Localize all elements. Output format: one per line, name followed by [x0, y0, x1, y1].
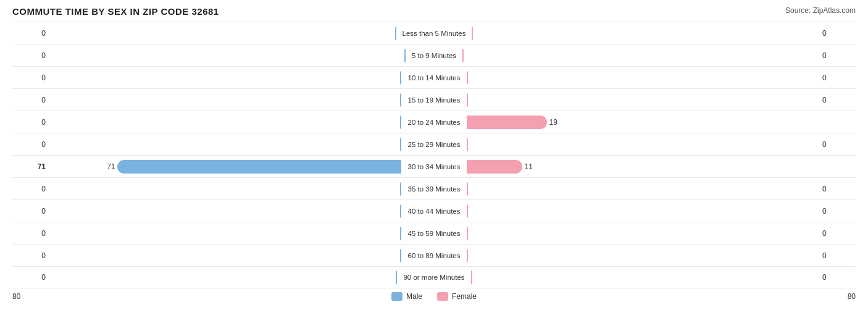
bar-pair: 60 to 89 Minutes	[105, 249, 762, 262]
male-value: 71	[12, 162, 49, 171]
male-bar-wrap	[105, 138, 401, 151]
male-value: 0	[12, 73, 49, 82]
female-bar-wrap	[462, 49, 759, 62]
female-bar-wrap	[467, 182, 763, 196]
male-label: Male	[406, 292, 422, 301]
chart-row: 090 or more Minutes0	[12, 266, 856, 288]
axis-right-label: 80	[819, 292, 856, 301]
bars-container: 5 to 9 Minutes	[49, 44, 819, 66]
legend-row: 80 Male Female 80	[12, 292, 856, 301]
bars-container: Less than 5 Minutes	[49, 22, 819, 44]
female-value: 0	[819, 51, 856, 60]
bar-pair: 40 to 44 Minutes	[105, 204, 762, 218]
row-label: 60 to 89 Minutes	[403, 252, 465, 259]
male-bar-wrap	[100, 27, 396, 40]
chart-row: 035 to 39 Minutes0	[12, 177, 856, 199]
bar-pair: 25 to 29 Minutes	[105, 138, 762, 151]
bar-pair: 35 to 39 Minutes	[105, 182, 762, 196]
female-value: 0	[819, 29, 856, 38]
male-value: 0	[12, 185, 49, 193]
male-bar-wrap	[101, 271, 397, 284]
legend-center: Male Female	[49, 292, 819, 301]
female-bar-wrap	[467, 227, 763, 240]
chart-source: Source: ZipAtlas.com	[785, 6, 856, 15]
chart-header: COMMUTE TIME BY SEX IN ZIP CODE 32681 So…	[12, 6, 856, 17]
bar-pair: 15 to 19 Minutes	[105, 93, 762, 107]
row-label: 15 to 19 Minutes	[403, 96, 465, 104]
bar-pair: 10 to 14 Minutes	[105, 71, 762, 85]
female-bar	[462, 49, 464, 62]
bar-pair: Less than 5 Minutes	[100, 27, 769, 40]
female-value: 0	[819, 273, 856, 282]
female-bar	[467, 93, 468, 107]
male-bar-wrap	[105, 182, 401, 196]
male-bar	[400, 138, 401, 151]
chart-row: 040 to 44 Minutes0	[12, 199, 856, 222]
chart-title: COMMUTE TIME BY SEX IN ZIP CODE 32681	[12, 6, 219, 17]
male-value: 0	[12, 229, 49, 238]
male-bar	[400, 249, 401, 262]
row-label: 40 to 44 Minutes	[403, 208, 465, 215]
female-bar	[472, 27, 473, 40]
male-bar-wrap	[105, 71, 401, 85]
row-label: 25 to 29 Minutes	[403, 141, 465, 148]
female-value: 0	[819, 185, 856, 193]
male-value: 0	[12, 96, 49, 104]
female-bar	[467, 138, 468, 151]
male-bar	[400, 204, 401, 218]
row-label: 5 to 9 Minutes	[407, 52, 461, 59]
female-bar-value: 11	[525, 162, 533, 171]
female-bar-value: 19	[549, 118, 557, 127]
row-label: 10 to 14 Minutes	[403, 74, 465, 82]
male-value: 0	[12, 29, 49, 38]
female-bar-wrap	[467, 93, 763, 107]
chart-row: 717130 to 34 Minutes11	[12, 155, 856, 177]
male-bar-wrap	[105, 227, 401, 240]
female-bar-wrap: 11	[467, 160, 763, 174]
female-bar	[467, 227, 468, 240]
bar-pair: 7130 to 34 Minutes11	[105, 160, 762, 174]
row-label: 35 to 39 Minutes	[403, 185, 465, 193]
female-label: Female	[452, 292, 477, 301]
chart-row: 015 to 19 Minutes0	[12, 88, 856, 111]
bar-pair: 5 to 9 Minutes	[109, 49, 759, 62]
female-legend: Female	[437, 292, 477, 301]
male-legend: Male	[391, 292, 422, 301]
male-bar	[400, 93, 401, 107]
male-value: 0	[12, 140, 49, 149]
male-bar-value: 71	[107, 162, 115, 171]
bars-container: 35 to 39 Minutes	[49, 178, 819, 199]
male-value: 0	[12, 51, 49, 60]
male-bar	[396, 271, 397, 284]
row-label: 45 to 59 Minutes	[403, 230, 465, 237]
female-bar-wrap: 19	[467, 115, 763, 129]
row-label: 30 to 34 Minutes	[403, 163, 465, 170]
female-bar-wrap	[467, 204, 763, 218]
male-bar	[400, 115, 401, 129]
female-bar-wrap	[467, 71, 763, 85]
male-bar-wrap	[109, 49, 406, 62]
male-bar	[400, 227, 401, 240]
male-bar	[395, 27, 396, 40]
bar-pair: 90 or more Minutes	[101, 271, 767, 284]
female-value: 0	[819, 96, 856, 104]
chart-row: 020 to 24 Minutes19	[12, 111, 856, 133]
chart-row: 05 to 9 Minutes0	[12, 44, 856, 66]
female-value: 0	[819, 73, 856, 82]
female-bar	[467, 71, 468, 85]
bars-container: 25 to 29 Minutes	[49, 133, 819, 155]
row-label: 90 or more Minutes	[398, 274, 469, 281]
bars-container: 45 to 59 Minutes	[49, 222, 819, 244]
male-swatch	[391, 292, 403, 301]
row-label: 20 to 24 Minutes	[403, 119, 465, 126]
male-value: 0	[12, 251, 49, 260]
female-value: 0	[819, 251, 856, 260]
male-bar-wrap	[105, 115, 401, 129]
main-container: COMMUTE TIME BY SEX IN ZIP CODE 32681 So…	[12, 6, 856, 301]
bar-pair: 45 to 59 Minutes	[105, 227, 762, 240]
chart-row: 045 to 59 Minutes0	[12, 222, 856, 244]
bars-container: 90 or more Minutes	[49, 267, 819, 288]
male-bar-wrap	[105, 249, 401, 262]
female-bar	[467, 115, 547, 129]
female-bar-wrap	[467, 138, 763, 151]
